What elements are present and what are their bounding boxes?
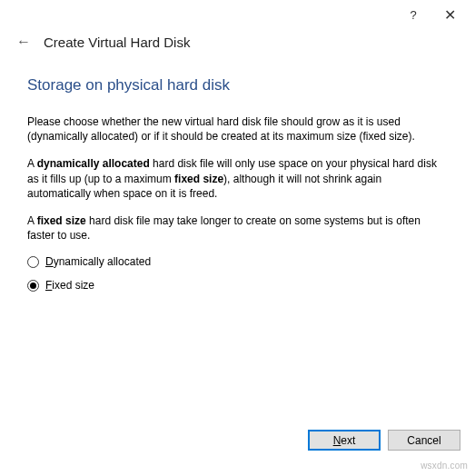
storage-options: Dynamically allocated Fixed size <box>27 255 448 292</box>
watermark: wsxdn.com <box>421 461 468 471</box>
wizard-footer: Next Cancel <box>308 430 460 451</box>
text: A <box>27 214 37 227</box>
text: ixed size <box>52 279 94 292</box>
radio-label: Fixed size <box>45 279 94 292</box>
mnemonic: N <box>333 434 341 447</box>
fixed-paragraph: A fixed size hard disk file may take lon… <box>27 213 448 243</box>
next-button[interactable]: Next <box>308 430 381 451</box>
bold-text: dynamically allocated <box>37 157 150 170</box>
wizard-content: Storage on physical hard disk Please cho… <box>0 56 475 312</box>
radio-dynamically-allocated[interactable]: Dynamically allocated <box>27 255 448 268</box>
close-button[interactable]: ✕ <box>431 2 468 27</box>
back-button[interactable]: ← <box>15 33 33 51</box>
text: ext <box>341 434 355 447</box>
radio-icon <box>27 280 39 292</box>
text: hard disk file may take longer to create… <box>27 214 421 242</box>
radio-icon <box>27 256 39 268</box>
text: ynamically allocated <box>54 255 151 268</box>
mnemonic: D <box>45 255 54 268</box>
dynamic-paragraph: A dynamically allocated hard disk file w… <box>27 156 448 201</box>
bold-text: fixed size <box>174 173 223 185</box>
radio-label: Dynamically allocated <box>45 255 151 268</box>
radio-fixed-size[interactable]: Fixed size <box>27 279 448 292</box>
wizard-title: Create Virtual Hard Disk <box>44 35 190 50</box>
cancel-button[interactable]: Cancel <box>388 430 460 451</box>
text: A <box>27 157 37 170</box>
wizard-header: ← Create Virtual Hard Disk <box>0 29 475 56</box>
dialog-window: ? ✕ ← Create Virtual Hard Disk Storage o… <box>0 0 475 476</box>
title-bar: ? ✕ <box>0 0 475 29</box>
intro-paragraph: Please choose whether the new virtual ha… <box>27 114 448 144</box>
bold-text: fixed size <box>37 214 86 227</box>
arrow-left-icon: ← <box>16 34 31 50</box>
help-button[interactable]: ? <box>395 2 431 27</box>
page-heading: Storage on physical hard disk <box>27 76 448 94</box>
